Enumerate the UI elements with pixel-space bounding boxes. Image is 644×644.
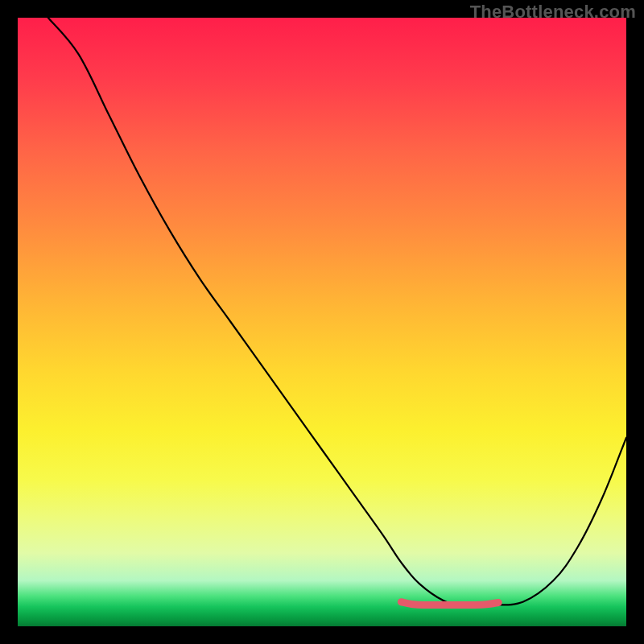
black-curve	[48, 18, 626, 605]
curves-overlay	[18, 18, 626, 626]
watermark-text: TheBottleneck.com	[470, 2, 636, 23]
chart-frame: TheBottleneck.com	[0, 0, 644, 644]
pink-floor-curve	[401, 602, 498, 605]
plot-area	[18, 18, 626, 626]
